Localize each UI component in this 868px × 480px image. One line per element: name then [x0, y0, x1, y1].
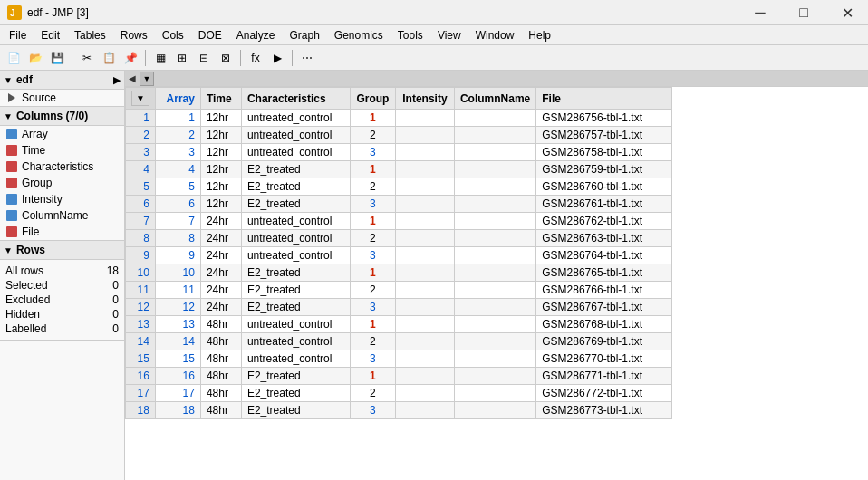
cell-intensity: [395, 299, 454, 316]
toolbar-copy[interactable]: 📋: [99, 48, 119, 68]
column-icon-array: [5, 128, 18, 140]
rows-stat-label: All rows: [5, 264, 43, 277]
cell-array: 16: [155, 368, 200, 385]
cell-group: 2: [350, 230, 395, 247]
titlebar: J edf - JMP [3] ─ □ ✕: [0, 0, 868, 25]
cell-chars: untreated_control: [241, 213, 350, 230]
cell-colname: [454, 127, 535, 144]
menu-item-window[interactable]: Window: [468, 25, 522, 44]
cell-colname: [454, 110, 535, 127]
dataset-section: ▼ edf ▶ Source: [0, 71, 124, 107]
cell-file: GSM286766-tbl-1.txt: [536, 282, 672, 299]
column-item-file[interactable]: File: [0, 224, 124, 240]
cell-chars: E2_treated: [241, 299, 350, 316]
col-header-Group[interactable]: Group: [350, 88, 395, 110]
menu-item-cols[interactable]: Cols: [155, 25, 191, 44]
cell-array: 14: [155, 333, 200, 350]
column-dropdown-btn[interactable]: ▼: [140, 72, 154, 86]
maximize-button[interactable]: □: [783, 0, 825, 25]
close-button[interactable]: ✕: [826, 0, 868, 25]
cell-file: GSM286756-tbl-1.txt: [536, 110, 672, 127]
menu-item-genomics[interactable]: Genomics: [327, 25, 391, 44]
col-header-rownum[interactable]: ▼: [126, 88, 156, 110]
col-header-Characteristics[interactable]: Characteristics: [241, 88, 350, 110]
cell-colname: [454, 213, 535, 230]
cell-colname: [454, 282, 535, 299]
cell-chars: untreated_control: [241, 144, 350, 161]
toolbar-grid[interactable]: ▦: [150, 48, 170, 68]
minimize-button[interactable]: ─: [739, 0, 781, 25]
column-item-columnname[interactable]: ColumnName: [0, 207, 124, 224]
column-item-characteristics[interactable]: Characteristics: [0, 158, 124, 175]
table-row: 2212hruntreated_control2GSM286757-tbl-1.…: [126, 127, 672, 144]
toolbar-expand[interactable]: ⊠: [216, 48, 236, 68]
toolbar-table[interactable]: ⊞: [172, 48, 192, 68]
toolbar-cols[interactable]: ⊟: [194, 48, 214, 68]
window-controls: ─ □ ✕: [739, 0, 868, 25]
scroll-left-btn[interactable]: ◀: [125, 72, 140, 86]
menu-item-tables[interactable]: Tables: [67, 25, 113, 44]
menu-item-rows[interactable]: Rows: [113, 25, 155, 44]
column-item-intensity[interactable]: Intensity: [0, 191, 124, 207]
rows-stat-label: Excluded: [5, 293, 50, 306]
table-row: 3312hruntreated_control3GSM286758-tbl-1.…: [126, 144, 672, 161]
cell-colname: [454, 402, 535, 419]
cell-chars: E2_treated: [241, 178, 350, 196]
column-label-group: Group: [22, 177, 52, 189]
rows-section: ▼ Rows All rows18Selected0Excluded0Hidde…: [0, 241, 124, 341]
dataset-header[interactable]: ▼ edf ▶: [0, 71, 124, 90]
menu-item-view[interactable]: View: [430, 25, 468, 44]
toolbar-formula[interactable]: fx: [246, 48, 265, 68]
col-header-ColumnName[interactable]: ColumnName: [454, 88, 535, 110]
toolbar-open[interactable]: 📂: [25, 48, 45, 68]
rows-header[interactable]: ▼ Rows: [0, 241, 124, 260]
column-item-group[interactable]: Group: [0, 175, 124, 191]
cell-file: GSM286757-tbl-1.txt: [536, 127, 672, 144]
cell-file: GSM286761-tbl-1.txt: [536, 196, 672, 213]
menu-item-tools[interactable]: Tools: [391, 25, 430, 44]
menu-item-analyze[interactable]: Analyze: [229, 25, 283, 44]
column-item-time[interactable]: Time: [0, 142, 124, 158]
cell-intensity: [395, 178, 454, 196]
cell-array: 18: [155, 402, 200, 419]
source-item[interactable]: Source: [0, 90, 124, 106]
toolbar-new[interactable]: 📄: [4, 48, 24, 68]
cell-file: GSM286760-tbl-1.txt: [536, 178, 672, 196]
row-header-dropdown[interactable]: ▼: [131, 91, 149, 106]
toolbar-script[interactable]: ▶: [267, 48, 287, 68]
toolbar-extra[interactable]: ⋯: [297, 48, 317, 68]
cell-colname: [454, 333, 535, 350]
table-scroll-area[interactable]: ▼ArrayTimeCharacteristicsGroupIntensityC…: [125, 87, 868, 480]
col-header-File[interactable]: File: [536, 88, 672, 110]
menu-item-doe[interactable]: DOE: [191, 25, 229, 44]
menu-item-help[interactable]: Help: [521, 25, 558, 44]
table-body: 1112hruntreated_control1GSM286756-tbl-1.…: [126, 110, 672, 419]
column-item-array[interactable]: Array: [0, 126, 124, 142]
column-icon-group: [5, 177, 18, 189]
row-number: 7: [126, 213, 156, 230]
cell-chars: E2_treated: [241, 282, 350, 299]
row-number: 16: [126, 368, 156, 385]
cell-time: 12hr: [200, 196, 241, 213]
cell-intensity: [395, 264, 454, 282]
toolbar-paste[interactable]: 📌: [121, 48, 140, 68]
col-header-Intensity[interactable]: Intensity: [395, 88, 454, 110]
menu-item-edit[interactable]: Edit: [34, 25, 67, 44]
menu-item-graph[interactable]: Graph: [282, 25, 326, 44]
cell-time: 12hr: [200, 127, 241, 144]
cell-time: 24hr: [200, 282, 241, 299]
toolbar-save[interactable]: 💾: [47, 48, 67, 68]
cell-chars: untreated_control: [241, 316, 350, 333]
cell-time: 24hr: [200, 213, 241, 230]
col-header-Array[interactable]: Array: [155, 88, 200, 110]
cell-group: 3: [350, 402, 395, 419]
columns-header[interactable]: ▼ Columns (7/0): [0, 107, 124, 126]
toolbar-cut[interactable]: ✂: [77, 48, 97, 68]
menu-item-file[interactable]: File: [2, 25, 34, 44]
columns-arrow: ▼: [4, 111, 13, 121]
col-header-Time[interactable]: Time: [200, 88, 241, 110]
cell-time: 48hr: [200, 316, 241, 333]
row-number: 4: [126, 161, 156, 178]
cell-group: 1: [350, 110, 395, 127]
cell-intensity: [395, 161, 454, 178]
